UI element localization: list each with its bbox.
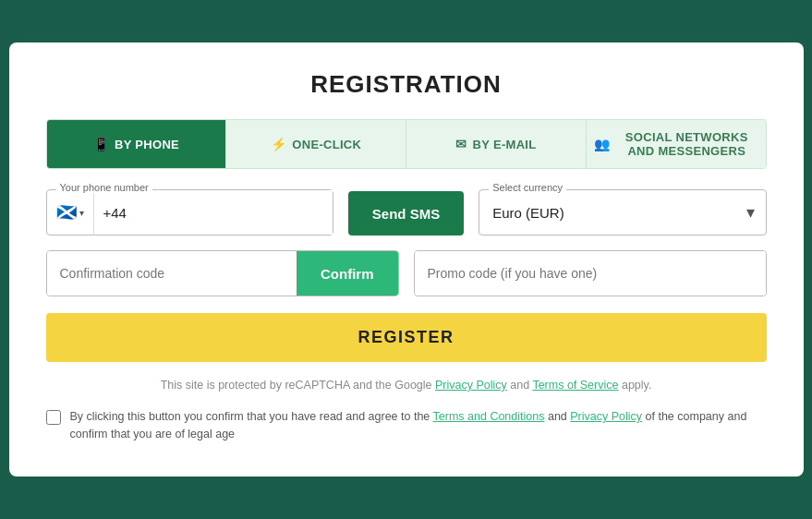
confirmation-input[interactable]: [47, 251, 297, 296]
social-icon: 👥: [594, 137, 610, 151]
tab-by-phone-label: BY PHONE: [115, 138, 179, 151]
register-button[interactable]: REGISTER: [46, 313, 767, 362]
confirmation-group: Confirm: [46, 250, 399, 296]
currency-select[interactable]: Euro (EUR) US Dollar (USD) British Pound…: [479, 190, 765, 235]
recaptcha-text-before: This site is protected by reCAPTCHA and …: [161, 379, 435, 392]
terms-of-service-link[interactable]: Terms of Service: [532, 379, 618, 392]
country-selector[interactable]: 🏴󠁧󠁢󠁳󠁣󠁴󠁿 ▾: [47, 190, 94, 235]
lightning-icon: ⚡: [271, 137, 286, 151]
tab-by-email[interactable]: ✉ BY E-MAIL: [406, 120, 587, 168]
terms-privacy-link[interactable]: Privacy Policy: [570, 410, 642, 423]
tab-by-phone[interactable]: 📱 BY PHONE: [47, 120, 227, 168]
phone-icon: 📱: [93, 137, 109, 151]
privacy-policy-link[interactable]: Privacy Policy: [435, 379, 507, 392]
terms-row: By clicking this button you confirm that…: [46, 408, 767, 443]
registration-tabs: 📱 BY PHONE ⚡ ONE-CLICK ✉ BY E-MAIL 👥 SOC…: [46, 119, 767, 169]
tab-social[interactable]: 👥 SOCIAL NETWORKS AND MESSENGERS: [587, 120, 766, 168]
tab-one-click[interactable]: ⚡ ONE-CLICK: [226, 120, 406, 168]
recaptcha-and: and: [507, 379, 533, 392]
terms-text: By clicking this button you confirm that…: [70, 408, 767, 443]
promo-wrapper: [414, 250, 767, 296]
tab-by-email-label: BY E-MAIL: [473, 138, 537, 151]
phone-input[interactable]: [94, 190, 333, 235]
tab-one-click-label: ONE-CLICK: [292, 138, 361, 151]
terms-checkbox[interactable]: [46, 410, 61, 425]
phone-row: Your phone number 🏴󠁧󠁢󠁳󠁣󠁴󠁿 ▾ Send SMS Sel…: [46, 189, 767, 235]
terms-and: and: [544, 410, 570, 423]
phone-label: Your phone number: [56, 182, 152, 193]
confirmation-row: Confirm: [46, 250, 767, 296]
chevron-down-icon: ▾: [79, 208, 84, 218]
promo-input[interactable]: [415, 251, 766, 296]
email-icon: ✉: [455, 137, 467, 151]
terms-text-before: By clicking this button you confirm that…: [70, 410, 433, 423]
page-title: REGISTRATION: [46, 70, 767, 99]
recaptcha-notice: This site is protected by reCAPTCHA and …: [46, 379, 767, 392]
recaptcha-text-after: apply.: [618, 379, 651, 392]
send-sms-button[interactable]: Send SMS: [348, 191, 464, 235]
currency-label: Select currency: [489, 182, 566, 193]
registration-card: REGISTRATION 📱 BY PHONE ⚡ ONE-CLICK ✉ BY…: [9, 42, 804, 477]
terms-conditions-link[interactable]: Terms and Conditions: [433, 410, 545, 423]
tab-social-label: SOCIAL NETWORKS AND MESSENGERS: [615, 130, 757, 158]
flag-icon: 🏴󠁧󠁢󠁳󠁣󠁴󠁿: [56, 202, 77, 223]
confirm-button[interactable]: Confirm: [297, 251, 398, 296]
